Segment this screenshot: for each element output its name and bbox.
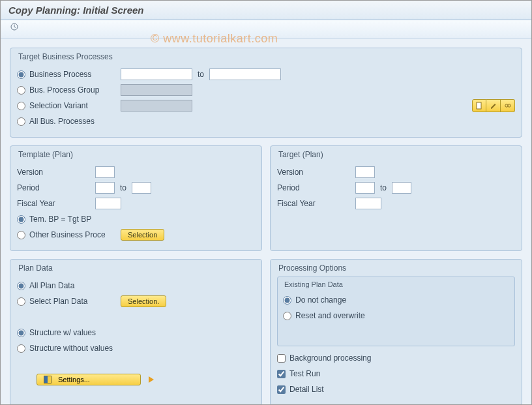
checkbox-detail-list[interactable] <box>277 385 286 394</box>
label-structure-with-values: Structure w/ values <box>29 328 96 337</box>
label-fiscal-year: Fiscal Year <box>17 199 95 208</box>
group-title: Target Business Processes <box>17 51 515 65</box>
label-all-plan-data: All Plan Data <box>29 281 74 290</box>
settings-button[interactable]: Settings... <box>37 374 141 385</box>
business-process-from-input[interactable] <box>121 68 192 80</box>
create-icon[interactable] <box>472 99 486 112</box>
label-do-not-change: Do not change <box>295 295 346 305</box>
title-bar: Copy Planning: Initial Screen <box>1 1 531 20</box>
template-version-input[interactable] <box>95 166 115 178</box>
label-bus-process-group: Bus. Process Group <box>29 85 121 95</box>
target-period-to-input[interactable] <box>392 182 411 194</box>
radio-business-process[interactable] <box>17 70 25 79</box>
group-processing-options: Processing Options Existing Plan Data Do… <box>270 259 522 405</box>
template-period-from-input[interactable] <box>95 182 115 194</box>
radio-selection-variant[interactable] <box>17 102 25 110</box>
group-plan-data: Plan Data All Plan Data Select Plan Data… <box>10 259 262 405</box>
group-title: Processing Options <box>277 262 515 277</box>
group-template-plan: Template (Plan) Version Period to Fiscal… <box>10 145 262 251</box>
to-label: to <box>120 183 126 192</box>
label-period: Period <box>277 183 355 192</box>
content-area: © www.tutorialkart.com Target Business P… <box>1 38 531 404</box>
label-select-plan-data: Select Plan Data <box>29 297 121 306</box>
label-period: Period <box>17 183 95 192</box>
label-reset-overwrite: Reset and overwrite <box>295 311 365 320</box>
label-structure-without-values: Structure without values <box>29 344 113 353</box>
group-title: Template (Plan) <box>17 149 255 163</box>
radio-other-bp[interactable] <box>17 231 25 239</box>
label-selection-variant: Selection Variant <box>29 101 121 110</box>
target-version-input[interactable] <box>355 166 375 178</box>
template-fiscal-year-input[interactable] <box>95 198 121 209</box>
business-process-to-input[interactable] <box>209 68 281 80</box>
page-title: Copy Planning: Initial Screen <box>8 5 524 16</box>
radio-do-not-change[interactable] <box>283 296 291 305</box>
radio-bus-process-group[interactable] <box>17 86 25 95</box>
group-target-business-processes: Target Business Processes Business Proce… <box>10 48 522 138</box>
label-business-process: Business Process <box>29 70 121 79</box>
label-test-run: Test Run <box>289 369 320 378</box>
label-detail-list: Detail List <box>289 385 324 394</box>
template-period-to-input[interactable] <box>132 182 151 194</box>
radio-tem-bp[interactable] <box>17 215 25 224</box>
plan-data-selection-button[interactable]: Selection. <box>121 295 166 307</box>
to-label: to <box>198 70 204 79</box>
radio-structure-without-values[interactable] <box>17 344 25 353</box>
plan-processing-columns: Plan Data All Plan Data Select Plan Data… <box>10 259 522 405</box>
variant-icon-buttons <box>472 99 515 112</box>
svg-rect-3 <box>477 102 481 109</box>
svg-line-2 <box>14 27 16 28</box>
label-fiscal-year: Fiscal Year <box>277 199 355 208</box>
label-other-bp: Other Business Proce <box>29 230 121 239</box>
toolbar <box>1 20 531 38</box>
grid-icon <box>44 376 52 383</box>
target-period-from-input[interactable] <box>355 182 375 194</box>
radio-reset-overwrite[interactable] <box>283 312 291 320</box>
execute-icon[interactable] <box>7 22 22 35</box>
to-label: to <box>380 183 387 192</box>
label-background-processing: Background processing <box>289 353 371 363</box>
group-title: Target (Plan) <box>277 149 515 163</box>
group-target-plan: Target (Plan) Version Period to Fiscal Y… <box>270 145 522 251</box>
target-fiscal-year-input[interactable] <box>355 198 381 209</box>
label-version: Version <box>17 168 95 177</box>
bus-process-group-input <box>121 84 192 96</box>
arrow-right-icon <box>149 376 154 383</box>
group-title: Plan Data <box>17 262 255 277</box>
label-tem-bp: Tem. BP = Tgt BP <box>29 215 91 224</box>
label-version: Version <box>277 168 355 177</box>
label-all-bus-processes: All Bus. Processes <box>29 117 95 126</box>
radio-structure-with-values[interactable] <box>17 329 25 337</box>
radio-all-plan-data[interactable] <box>17 282 25 290</box>
radio-select-plan-data[interactable] <box>17 297 25 306</box>
inset-title: Existing Plan Data <box>283 280 509 291</box>
settings-button-label: Settings... <box>58 376 90 383</box>
selection-variant-input <box>121 100 192 112</box>
checkbox-background-processing[interactable] <box>277 354 286 363</box>
checkbox-test-run[interactable] <box>277 370 286 378</box>
edit-icon[interactable] <box>486 99 501 112</box>
template-selection-button[interactable]: Selection <box>121 229 164 241</box>
plan-columns: Template (Plan) Version Period to Fiscal… <box>10 145 522 259</box>
display-icon[interactable] <box>501 99 515 112</box>
radio-all-bus-processes[interactable] <box>17 117 25 126</box>
inset-existing-plan-data: Existing Plan Data Do not change Reset a… <box>277 277 515 346</box>
